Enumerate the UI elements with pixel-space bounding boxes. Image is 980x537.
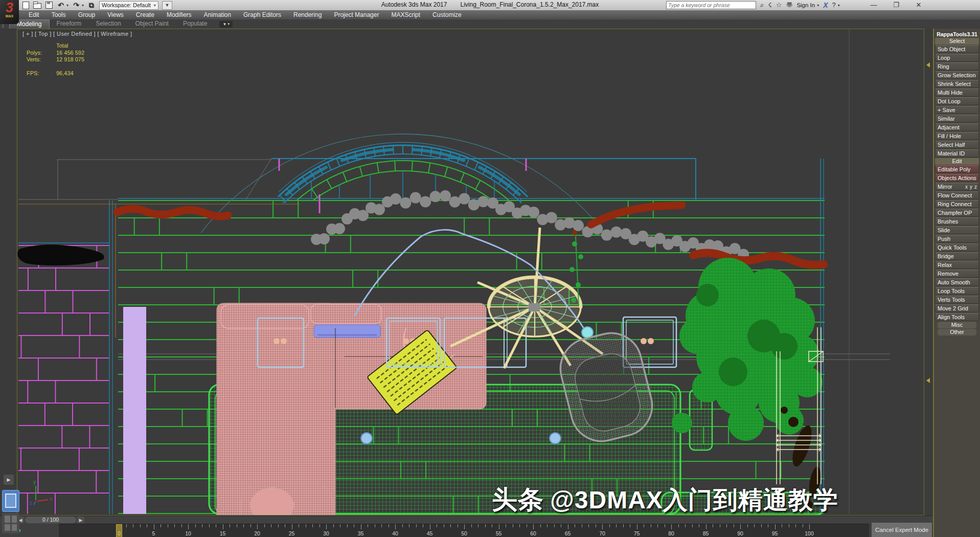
ruler-tick bbox=[685, 524, 686, 527]
new-scene-icon[interactable] bbox=[21, 1, 30, 9]
panel-button-quick-tools[interactable]: Quick Tools bbox=[935, 243, 979, 252]
search-icon[interactable]: ⌕ bbox=[760, 1, 764, 9]
3dsmax-logo-icon[interactable]: 3 MAX bbox=[0, 0, 19, 24]
save-file-icon[interactable] bbox=[45, 1, 53, 9]
search-input[interactable] bbox=[666, 1, 756, 9]
ruler-tick bbox=[416, 524, 417, 527]
workspace-selector[interactable]: Workspace: Default ▾ bbox=[99, 1, 158, 10]
panel-collapse-arrow-icon[interactable] bbox=[926, 62, 930, 68]
panel-button-slide[interactable]: Slide bbox=[935, 226, 979, 234]
ruler-tick bbox=[223, 524, 223, 529]
ribbon-tab-freeform[interactable]: Freeform bbox=[50, 19, 89, 29]
toolbar-overflow-button[interactable]: ▼ bbox=[162, 1, 172, 10]
panel-button-push[interactable]: Push bbox=[935, 235, 979, 243]
panel-button-ring-connect[interactable]: Ring Connect bbox=[935, 200, 979, 208]
panel-button--save[interactable]: + Save bbox=[935, 106, 979, 114]
redo-dropdown-icon[interactable]: ▾ bbox=[82, 3, 84, 8]
panel-button-brushes[interactable]: Brushes bbox=[935, 217, 979, 226]
menu-rendering[interactable]: Rendering bbox=[287, 10, 328, 19]
panel-button-dot-loop[interactable]: Dot Loop bbox=[935, 97, 979, 105]
minimize-button[interactable]: — bbox=[869, 1, 878, 9]
panel-button-adjacent[interactable]: Adjacent bbox=[935, 123, 979, 131]
menu-tools[interactable]: Tools bbox=[45, 10, 72, 19]
panel-collapse-arrow-icon[interactable] bbox=[926, 378, 930, 383]
viewport-label[interactable]: [ + ] [ Top ] [ User Defined ] [ Wirefra… bbox=[22, 31, 132, 37]
communication-center-icon[interactable]: ☇ bbox=[768, 1, 771, 9]
panel-button-align-tools[interactable]: Align Tools bbox=[935, 313, 979, 321]
restore-button[interactable]: ❐ bbox=[892, 1, 901, 9]
viewport[interactable]: yxz [ + ] [ Top ] [ User Defined ] [ Wir… bbox=[17, 29, 924, 516]
ruler-tick bbox=[264, 524, 265, 527]
mirror-axis-z[interactable]: z bbox=[974, 184, 977, 190]
sign-in-dropdown-icon[interactable]: ▾ bbox=[817, 3, 819, 8]
panel-button-sub-object[interactable]: Sub Object bbox=[935, 45, 979, 53]
select-link-icon[interactable]: ⧉ bbox=[87, 1, 96, 9]
panel-button-flow-connect[interactable]: Flow Connect bbox=[935, 191, 979, 199]
viewport-layout-quad-button[interactable] bbox=[2, 513, 19, 533]
menu-maxscript[interactable]: MAXScript bbox=[385, 10, 426, 19]
mirror-axis-x[interactable]: x bbox=[965, 184, 968, 190]
panel-button-verts-tools[interactable]: Verts Tools bbox=[935, 296, 979, 304]
menu-animation[interactable]: Animation bbox=[198, 10, 237, 19]
panel-button-remove[interactable]: Remove bbox=[935, 270, 979, 278]
panel-button-relax[interactable]: Relax bbox=[935, 261, 979, 269]
panel-button-bridge[interactable]: Bridge bbox=[935, 252, 979, 260]
panel-group-other[interactable]: Other bbox=[938, 329, 976, 335]
panel-button-select-half[interactable]: Select Half bbox=[935, 141, 979, 149]
favorites-star-icon[interactable]: ☆ bbox=[776, 1, 782, 9]
ribbon-tab-selection[interactable]: Selection bbox=[88, 19, 128, 29]
menu-graph-editors[interactable]: Graph Editors bbox=[237, 10, 287, 19]
panel-button-editable-poly[interactable]: Editable Poly bbox=[935, 165, 979, 173]
ruler-tick bbox=[147, 524, 147, 527]
menu-group[interactable]: Group bbox=[72, 10, 101, 19]
time-slider-track[interactable]: ◀ 0 / 100 ▶ bbox=[0, 516, 933, 524]
ribbon-tab-populate[interactable]: Populate bbox=[176, 19, 214, 29]
panel-button-move-2-grid[interactable]: Move 2 Grid bbox=[935, 304, 979, 312]
redo-icon[interactable]: ↷ bbox=[72, 1, 80, 9]
ruler-tick bbox=[437, 524, 437, 527]
mirror-axis-y[interactable]: y bbox=[970, 184, 972, 190]
panel-button-loop-tools[interactable]: Loop Tools bbox=[935, 287, 979, 295]
panel-button-auto-smooth[interactable]: Auto Smooth bbox=[935, 278, 979, 286]
viewport-layout-single-button[interactable] bbox=[2, 490, 19, 512]
panel-button-loop[interactable]: Loop bbox=[935, 54, 979, 62]
menu-create[interactable]: Create bbox=[130, 10, 161, 19]
undo-icon[interactable]: ↶ bbox=[57, 1, 65, 9]
panel-button-mirror[interactable]: Mirrorxyz bbox=[935, 183, 979, 191]
panel-button-material-id[interactable]: Material ID bbox=[935, 149, 979, 158]
help-icon[interactable]: ? bbox=[832, 1, 836, 9]
exchange-apps-icon[interactable]: X bbox=[823, 1, 828, 9]
panel-button-similar[interactable]: Similar bbox=[935, 115, 979, 123]
menu-modifiers[interactable]: Modifiers bbox=[161, 10, 198, 19]
help-dropdown-icon[interactable]: ▾ bbox=[838, 3, 840, 8]
next-frame-button[interactable]: ▶ bbox=[77, 517, 84, 523]
sign-in-button[interactable]: Sign In bbox=[796, 2, 815, 8]
panel-group-misc[interactable]: Misc bbox=[938, 322, 976, 328]
panel-button-multi-hide[interactable]: Multi Hide bbox=[935, 88, 979, 97]
timeline-ruler[interactable]: 5101520253035404550556065707580859095100… bbox=[59, 524, 869, 537]
close-button[interactable]: ✕ bbox=[914, 1, 923, 9]
panel-button-ring[interactable]: Ring bbox=[935, 62, 979, 71]
panel-section-edit[interactable]: Edit bbox=[935, 158, 979, 165]
panel-button-grow-selection[interactable]: Grow Selection bbox=[935, 71, 979, 79]
flyout-arrow-button[interactable]: ▶ bbox=[4, 475, 14, 485]
undo-dropdown-icon[interactable]: ▾ bbox=[66, 3, 69, 8]
ribbon-tab-object-paint[interactable]: Object Paint bbox=[128, 19, 176, 29]
menu-edit[interactable]: Edit bbox=[22, 10, 45, 19]
panel-button-fill-hole[interactable]: Fill / Hole bbox=[935, 132, 979, 140]
ribbon-minimize-button[interactable]: ▼▾ bbox=[219, 21, 233, 28]
panel-section-select[interactable]: Select bbox=[935, 38, 979, 44]
menu-customize[interactable]: Customize bbox=[426, 10, 468, 19]
menu-project-manager[interactable]: Project Manager bbox=[328, 10, 385, 19]
viewport-canvas[interactable]: yxz bbox=[17, 29, 924, 515]
infocenter: ⌕ ☇ ☆ 〠 Sign In ▾ X ? ▾ bbox=[666, 1, 840, 10]
panel-button-objects-actions[interactable]: Objects Actions bbox=[935, 174, 979, 182]
menu-views[interactable]: Views bbox=[101, 10, 130, 19]
panel-button-shrink-select[interactable]: Shrink Select bbox=[935, 80, 979, 88]
time-slider[interactable]: 0 / 100 bbox=[25, 517, 76, 523]
panel-button-champfer-op[interactable]: Champfer OP bbox=[935, 209, 979, 217]
cancel-expert-mode-button[interactable]: Cancel Expert Mode bbox=[872, 523, 932, 537]
user-icon[interactable]: 〠 bbox=[786, 1, 792, 9]
open-file-icon[interactable] bbox=[33, 1, 41, 9]
ruler-tick bbox=[202, 524, 202, 527]
